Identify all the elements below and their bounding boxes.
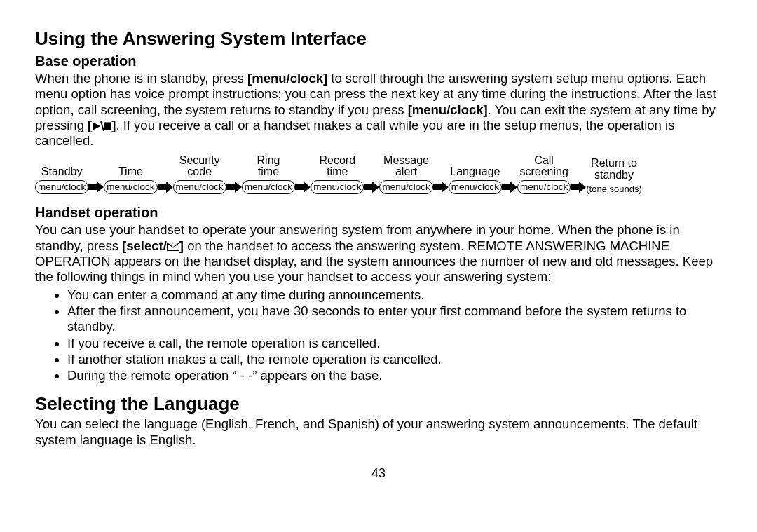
flow-step: Securitycodemenu/clock (173, 154, 226, 194)
page-number: 43 (35, 466, 722, 482)
flow-final-label: Return tostandby (591, 158, 637, 182)
section-heading: Using the Answering System Interface (35, 28, 722, 50)
text: When the phone is in standby, press (35, 71, 247, 86)
flow-step-label: Time (118, 154, 143, 178)
menu-clock-button: menu/clock (104, 180, 157, 194)
arrow-icon (226, 182, 242, 193)
menu-flow-diagram: Standbymenu/clockTimemenu/clockSecurityc… (35, 154, 722, 194)
list-item: If another station makes a call, the rem… (67, 352, 722, 367)
handset-operation-heading: Handset operation (35, 204, 722, 221)
menu-clock-button: menu/clock (517, 180, 571, 194)
base-operation-paragraph: When the phone is in standby, press [men… (35, 71, 722, 149)
flow-step-label: Securitycode (179, 154, 220, 178)
flow-step-label: Standby (41, 154, 83, 178)
flow-step-label: Recordtime (319, 154, 355, 178)
flow-step: Standbymenu/clock (35, 154, 88, 194)
svg-marker-10 (571, 182, 586, 193)
menu-clock-button: menu/clock (173, 180, 226, 194)
flow-step: Recordtimemenu/clock (311, 154, 364, 194)
menu-clock-bold: [menu/clock] (247, 71, 327, 86)
flow-step: Languagemenu/clock (449, 154, 502, 194)
select-bold: [select/ (122, 238, 167, 253)
list-item: If you receive a call, the remote operat… (67, 336, 722, 351)
text: . If you receive a call or a handset mak… (35, 118, 674, 148)
arrow-icon (433, 182, 449, 193)
svg-marker-8 (433, 182, 449, 193)
arrow-icon (295, 182, 311, 193)
arrow-icon (502, 182, 517, 193)
handset-operation-paragraph: You can use your handset to operate your… (35, 222, 722, 285)
flow-step: Timemenu/clock (104, 154, 157, 194)
arrow-icon (571, 182, 586, 193)
flow-step-label: Messagealert (383, 154, 429, 178)
handset-bullet-list: You can enter a command at any time duri… (55, 287, 722, 383)
flow-step-label: Callscreening (519, 154, 568, 178)
arrow-icon (88, 182, 104, 193)
menu-clock-button: menu/clock (35, 180, 88, 194)
base-operation-heading: Base operation (35, 53, 722, 69)
flow-step: Ringtimemenu/clock (242, 154, 295, 194)
play-stop-icon (92, 121, 111, 131)
selecting-language-heading: Selecting the Language (35, 393, 722, 415)
menu-clock-button: menu/clock (242, 180, 295, 194)
flow-step-label: Ringtime (257, 154, 280, 178)
arrow-icon (158, 182, 173, 193)
arrow-icon (364, 182, 379, 193)
flow-step-label: Language (450, 154, 500, 178)
tone-sounds-label: (tone sounds) (586, 184, 642, 195)
svg-line-1 (101, 121, 104, 131)
svg-marker-9 (502, 182, 517, 193)
svg-marker-5 (226, 182, 242, 193)
list-item: During the remote operation “ - -” appea… (67, 368, 722, 383)
svg-marker-4 (158, 182, 173, 193)
svg-rect-2 (104, 122, 111, 130)
flow-step: Messagealertmenu/clock (379, 154, 432, 194)
list-item: After the first announcement, you have 3… (67, 303, 722, 334)
flow-step: Callscreeningmenu/clock (517, 154, 571, 194)
svg-marker-3 (88, 182, 104, 193)
selecting-language-paragraph: You can select the language (English, Fr… (35, 416, 722, 447)
menu-clock-button: menu/clock (379, 180, 432, 194)
svg-marker-0 (93, 122, 100, 130)
envelope-icon (167, 243, 179, 251)
flow-final: Return tostandby(tone sounds) (586, 158, 642, 194)
list-item: You can enter a command at any time duri… (67, 287, 722, 303)
menu-clock-bold: [menu/clock] (408, 102, 488, 117)
menu-clock-button: menu/clock (311, 180, 364, 194)
menu-clock-button: menu/clock (449, 180, 502, 194)
svg-marker-6 (295, 182, 311, 193)
svg-marker-7 (364, 182, 379, 193)
